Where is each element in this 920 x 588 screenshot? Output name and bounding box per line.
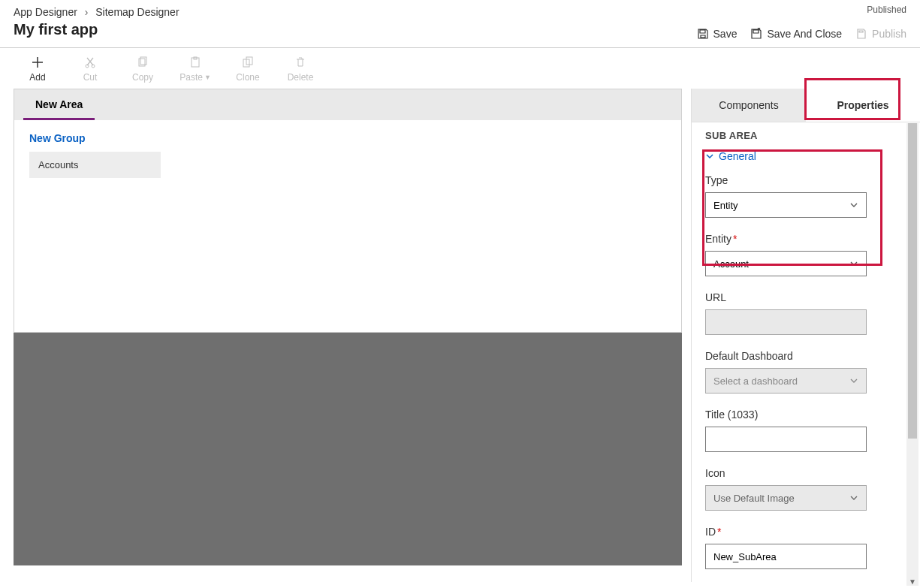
save-label: Save (713, 28, 738, 40)
canvas-column: New Area New Group Accounts (0, 89, 691, 582)
breadcrumb-root[interactable]: App Designer (14, 6, 77, 18)
icon-value: Use Default Image (713, 493, 795, 504)
field-id: ID* (705, 526, 906, 569)
section-label: General (719, 150, 756, 162)
panel-title: SUB AREA (705, 130, 906, 141)
url-label: URL (705, 291, 906, 303)
paste-icon (189, 56, 202, 69)
subarea-item[interactable]: Accounts (29, 152, 161, 178)
title-label: Title (1033) (705, 409, 906, 421)
id-label: ID* (705, 526, 906, 538)
publish-button: Publish (855, 28, 906, 40)
scissors-icon (83, 56, 97, 69)
add-label: Add (29, 72, 45, 83)
delete-label: Delete (288, 72, 314, 83)
publish-icon (855, 28, 867, 40)
required-marker: * (733, 233, 737, 245)
url-text (713, 317, 858, 328)
status-label: Published (867, 5, 906, 15)
breadcrumb-current: Sitemap Designer (95, 6, 179, 18)
chevron-down-icon (705, 152, 714, 161)
title-input[interactable] (705, 427, 867, 452)
cut-button: Cut (75, 56, 105, 83)
entity-value: Account (713, 258, 749, 270)
area-bar: New Area (14, 89, 681, 120)
chevron-down-icon (849, 201, 858, 210)
cut-label: Cut (83, 72, 98, 83)
save-close-label: Save And Close (767, 28, 842, 40)
type-label: Type (705, 174, 906, 186)
section-general[interactable]: General (705, 150, 906, 162)
save-and-close-button[interactable]: Save And Close (750, 28, 842, 40)
chevron-down-icon (849, 493, 858, 502)
properties-panel: SUB AREA General Type Entity Entity* Acc… (692, 122, 920, 582)
clone-button: Clone (233, 56, 263, 83)
chevron-down-icon: ▼ (204, 74, 211, 81)
breadcrumb: App Designer › Sitemap Designer (14, 6, 906, 18)
sitemap-canvas: New Area New Group Accounts (14, 89, 682, 333)
toolbar: Add Cut Copy Paste▼ Clone Delete (0, 48, 920, 89)
id-input[interactable] (705, 544, 867, 569)
field-url: URL (705, 291, 906, 335)
type-value: Entity (713, 200, 738, 211)
field-dashboard: Default Dashboard Select a dashboard (705, 350, 906, 394)
chevron-down-icon (849, 259, 858, 268)
canvas-body: New Group Accounts (14, 120, 681, 332)
area-tab[interactable]: New Area (23, 89, 95, 120)
side-panel: Components Properties SUB AREA General T… (691, 89, 920, 582)
scroll-down-icon[interactable]: ▼ (906, 575, 918, 587)
entity-label: Entity* (705, 233, 906, 245)
copy-icon (136, 56, 149, 69)
tab-properties[interactable]: Properties (806, 89, 920, 122)
side-tabs: Components Properties (692, 89, 920, 122)
paste-button: Paste▼ (180, 56, 210, 83)
field-icon: Icon Use Default Image (705, 467, 906, 511)
chevron-down-icon (849, 376, 858, 385)
required-marker: * (717, 526, 721, 538)
main: New Area New Group Accounts Components P… (0, 89, 920, 582)
paste-label-wrap: Paste▼ (179, 72, 211, 83)
clone-icon (241, 56, 255, 69)
paste-label: Paste (179, 72, 203, 83)
dashboard-select: Select a dashboard (705, 368, 867, 394)
header-actions: Save Save And Close Publish (697, 28, 906, 40)
canvas-empty-area (14, 333, 682, 565)
publish-label: Publish (872, 28, 906, 40)
icon-select[interactable]: Use Default Image (705, 485, 867, 511)
title-text[interactable] (713, 434, 858, 445)
copy-label: Copy (132, 72, 153, 83)
type-select[interactable]: Entity (705, 192, 867, 218)
scrollbar[interactable]: ▲ ▼ (906, 123, 918, 586)
save-button[interactable]: Save (697, 28, 738, 40)
field-entity: Entity* Account (705, 233, 906, 276)
tab-components[interactable]: Components (692, 89, 806, 122)
copy-button: Copy (128, 56, 158, 83)
id-text[interactable] (713, 551, 858, 562)
dashboard-placeholder: Select a dashboard (713, 375, 798, 387)
header: App Designer › Sitemap Designer My first… (0, 0, 920, 48)
dashboard-label: Default Dashboard (705, 350, 906, 362)
breadcrumb-separator-icon: › (85, 6, 89, 18)
field-title: Title (1033) (705, 409, 906, 452)
scrollbar-thumb[interactable] (908, 123, 917, 439)
delete-button: Delete (285, 56, 315, 83)
trash-icon (294, 56, 307, 69)
add-button[interactable]: Add (23, 56, 53, 83)
clone-label: Clone (236, 72, 259, 83)
field-type: Type Entity (705, 174, 906, 218)
entity-select[interactable]: Account (705, 251, 867, 276)
url-input (705, 309, 867, 335)
icon-label: Icon (705, 467, 906, 479)
save-icon (697, 28, 709, 40)
plus-icon (31, 56, 44, 69)
group-title[interactable]: New Group (29, 132, 666, 144)
save-close-icon (750, 28, 762, 40)
